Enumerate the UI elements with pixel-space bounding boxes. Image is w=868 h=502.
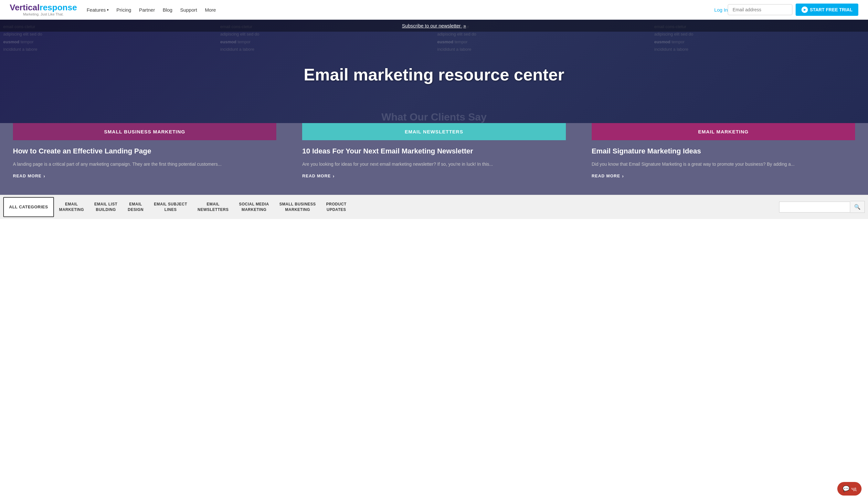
nav-item-support[interactable]: Support xyxy=(180,7,197,13)
subscribe-arrows: » xyxy=(463,23,466,29)
category-bar: ALL CATEGORIES EMAILMARKETING EMAIL LIST… xyxy=(0,195,868,219)
cards-section: SMALL BUSINESS MARKETING How to Create a… xyxy=(0,123,868,195)
subscribe-text: Subscribe to our newsletter xyxy=(402,23,461,29)
hero-section: email cons-ctetur adipiscing elit sed do… xyxy=(0,20,868,123)
chevron-down-icon: ▾ xyxy=(107,8,108,12)
nav-item-pricing[interactable]: Pricing xyxy=(116,7,131,13)
card-1: SMALL BUSINESS MARKETING How to Create a… xyxy=(0,123,289,185)
category-button-small-business[interactable]: SMALL BUSINESS MARKETING xyxy=(13,123,276,140)
nav-item-partner[interactable]: Partner xyxy=(139,7,155,13)
search-button[interactable]: 🔍 xyxy=(850,201,865,213)
nav-links: Features ▾ Pricing Partner Blog Support … xyxy=(86,7,728,13)
bg-col-4: email cons-ctetur adipiscing elit sed do… xyxy=(651,20,868,123)
clients-say-text: What Our Clients Say xyxy=(381,111,486,123)
card-1-excerpt: A landing page is a critical part of any… xyxy=(13,160,276,168)
card-2-excerpt: Are you looking for ideas for your next … xyxy=(302,160,566,168)
nav-features-link[interactable]: Features xyxy=(86,7,106,13)
card-3: EMAIL MARKETING Email Signature Marketin… xyxy=(579,123,868,185)
search-icon: 🔍 xyxy=(854,204,860,210)
tab-email-list-building[interactable]: EMAIL LISTBUILDING xyxy=(89,195,123,219)
nav-item-blog[interactable]: Blog xyxy=(163,7,172,13)
card-3-title: Email Signature Marketing Ideas xyxy=(592,147,855,156)
read-more-label-2: READ MORE xyxy=(302,174,331,178)
card-2-read-more[interactable]: READ MORE › xyxy=(302,174,566,179)
tab-all-label: ALL CATEGORIES xyxy=(9,205,48,209)
tab-social-media-marketing[interactable]: SOCIAL MEDIAMARKETING xyxy=(234,195,274,219)
logo[interactable]: Verticalresponse Marketing. Just Like Th… xyxy=(10,3,77,16)
card-1-read-more[interactable]: READ MORE › xyxy=(13,174,276,179)
hero-title: Email marketing resource center xyxy=(291,45,577,97)
card-3-excerpt: Did you know that Email Signature Market… xyxy=(592,160,855,168)
tab-email-design[interactable]: EMAILDESIGN xyxy=(123,195,149,219)
chevron-right-icon-2: › xyxy=(333,174,335,179)
card-2-title: 10 Ideas For Your Next Email Marketing N… xyxy=(302,147,566,156)
read-more-label-3: READ MORE xyxy=(592,174,620,178)
nav-item-features[interactable]: Features ▾ xyxy=(86,7,108,13)
subscribe-bar: Subscribe to our newsletter » xyxy=(0,20,868,32)
start-trial-label: START FREE TRIAL xyxy=(810,7,852,12)
chevron-right-icon-3: › xyxy=(622,174,624,179)
category-button-email-marketing[interactable]: EMAIL MARKETING xyxy=(592,123,855,140)
subscribe-link[interactable]: Subscribe to our newsletter » xyxy=(402,23,466,29)
tab-email-subject-lines[interactable]: EMAIL SUBJECTLINES xyxy=(149,195,192,219)
category-button-email-newsletters[interactable]: EMAIL NEWSLETTERS xyxy=(302,123,566,140)
nav-item-more[interactable]: More xyxy=(205,7,216,13)
card-2: EMAIL NEWSLETTERS 10 Ideas For Your Next… xyxy=(289,123,578,185)
email-input[interactable] xyxy=(728,4,792,15)
start-trial-button[interactable]: START FREE TRIAL xyxy=(796,3,858,16)
tab-email-newsletters[interactable]: EMAILNEWSLETTERS xyxy=(192,195,234,219)
tab-all-categories[interactable]: ALL CATEGORIES xyxy=(3,197,54,217)
navbar: Verticalresponse Marketing. Just Like Th… xyxy=(0,0,868,20)
card-3-read-more[interactable]: READ MORE › xyxy=(592,174,855,179)
logo-text: Verticalresponse xyxy=(10,3,77,12)
search-input[interactable] xyxy=(779,201,850,212)
read-more-label: READ MORE xyxy=(13,174,41,178)
tab-email-marketing[interactable]: EMAILMARKETING xyxy=(54,195,89,219)
card-1-title: How to Create an Effective Landing Page xyxy=(13,147,276,156)
login-link[interactable]: Log In xyxy=(714,7,728,13)
tab-product-updates[interactable]: PRODUCTUPDATES xyxy=(321,195,352,219)
play-icon xyxy=(802,7,808,13)
chevron-right-icon: › xyxy=(43,174,45,179)
tab-small-business-marketing[interactable]: SMALL BUSINESSMARKETING xyxy=(275,195,321,219)
nav-right: START FREE TRIAL xyxy=(728,3,858,16)
logo-tagline: Marketing. Just Like That. xyxy=(10,12,77,16)
search-area: 🔍 xyxy=(779,201,865,213)
bg-col-1: email cons-ctetur adipiscing elit sed do… xyxy=(0,20,217,123)
